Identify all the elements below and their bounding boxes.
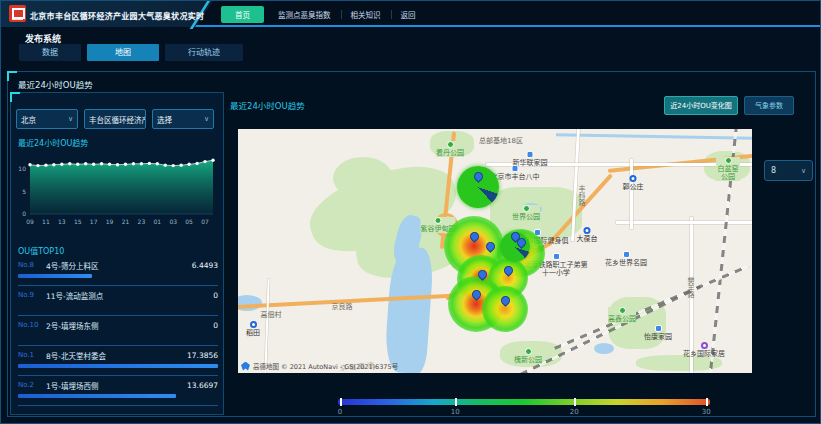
ou-value: 0 <box>213 291 218 300</box>
metro-icon <box>630 175 637 182</box>
road <box>630 159 633 229</box>
map-label-text: 郭公庄 <box>623 183 644 191</box>
park-icon <box>725 157 732 164</box>
map-label-text: 白盆窑公园 <box>718 165 739 181</box>
station-name: 8号-北天堂村委会 <box>46 350 187 361</box>
svg-text:17: 17 <box>90 218 98 225</box>
top-list-row: No.102号-填埋场东侧0 <box>18 319 218 349</box>
filter-select-1[interactable]: 北京∨ <box>16 109 78 129</box>
poi-icon <box>623 251 630 258</box>
park-icon <box>447 141 454 148</box>
map-label: 槐新公园 <box>514 348 542 364</box>
map-label: 花乡世界名园 <box>605 251 647 267</box>
station-name: 4号-筛分上料区 <box>46 260 192 271</box>
svg-text:10: 10 <box>18 165 26 172</box>
tab-1[interactable]: 数据 <box>19 44 81 61</box>
station-name: 11号-流动监测点 <box>46 290 213 301</box>
tab-3[interactable]: 行动轨迹 <box>165 44 243 61</box>
left-panel: 北京∨丰台区循环经济产∨选择∨ 最近24小时OU趋势 0510091113151… <box>10 92 224 415</box>
map-label-text: 高佃村 <box>261 311 282 319</box>
map-label: 高佃村 <box>261 311 282 319</box>
map-label-text: 大葆台 <box>577 235 598 243</box>
road <box>264 279 269 373</box>
map-label-text: 樊羊路 <box>686 277 694 298</box>
station-name: 1号-填埋场西侧 <box>46 380 187 391</box>
filter-selects: 北京∨丰台区循环经济产∨选择∨ <box>16 109 214 129</box>
row-divider <box>18 315 218 316</box>
panel-corner-accent <box>7 71 17 81</box>
svg-text:05: 05 <box>185 218 193 225</box>
value-bar <box>18 274 92 278</box>
map-canvas[interactable]: 高德地图 © 2021 AutoNavi - GS(2021)6375号 总部基… <box>238 129 752 373</box>
map-label-text: 总部基地18区 <box>479 137 523 145</box>
colorbar-tick <box>574 398 576 406</box>
map-label-text: 稻田 <box>246 329 260 337</box>
colorbar-tick <box>340 398 342 406</box>
chevron-down-icon: ∨ <box>801 167 806 175</box>
top-list-row: No.911号-流动监测点0 <box>18 289 218 319</box>
pond <box>594 343 614 354</box>
canal <box>556 133 752 139</box>
rank-label: No.9 <box>18 291 46 299</box>
svg-text:19: 19 <box>106 218 114 225</box>
svg-text:21: 21 <box>122 218 130 225</box>
colorbar-tick <box>455 398 457 406</box>
svg-text:15: 15 <box>74 218 82 225</box>
poi-purple-icon <box>701 342 708 349</box>
svg-text:13: 13 <box>58 218 66 225</box>
app-title: 北京市丰台区循环经济产业园大气恶臭状况实时 <box>30 10 204 21</box>
layer-select[interactable]: 8 ∨ <box>764 160 813 181</box>
tab-2[interactable]: 地图 <box>87 44 159 61</box>
poi-icon <box>655 325 662 332</box>
map-label-text: 看丹公园 <box>436 149 464 157</box>
map-label: 丰科路 <box>577 185 585 206</box>
nav-item-4[interactable]: 返回 <box>391 6 426 23</box>
row-divider <box>18 345 218 346</box>
select-value: 选择 <box>157 114 172 125</box>
park-area <box>333 157 393 199</box>
map-label: 看丹公园 <box>436 141 464 157</box>
filter-select-3[interactable]: 选择∨ <box>152 109 214 129</box>
app-window: 北京市丰台区循环经济产业园大气恶臭状况实时 首页监测点恶臭指数相关知识返回 发布… <box>0 0 821 424</box>
nav-item-1[interactable]: 首页 <box>221 6 264 23</box>
top-header: 北京市丰台区循环经济产业园大气恶臭状况实时 首页监测点恶臭指数相关知识返回 <box>1 1 820 27</box>
value-bar <box>18 364 218 368</box>
row-divider <box>18 405 218 406</box>
weather-params-button[interactable]: 气象参数 <box>744 96 794 115</box>
nav-item-2[interactable]: 监测点恶臭指数 <box>268 6 341 23</box>
heatmap-colorbar: 0102030 <box>338 399 710 405</box>
row-divider <box>18 375 218 376</box>
map-label: 世界公园 <box>512 205 540 221</box>
trend-chart-title: 最近24小时OU趋势 <box>18 137 88 148</box>
station-name: 2号-填埋场东侧 <box>46 320 213 331</box>
panel-corner-accent <box>10 92 20 102</box>
row-divider <box>18 285 218 286</box>
map-label-text: 高鑫公园 <box>608 315 636 323</box>
panel-title: 最近24小时OU趋势 <box>18 78 93 90</box>
poi-icon <box>527 151 534 158</box>
map-label: 郭公庄 <box>623 175 644 191</box>
svg-text:03: 03 <box>169 218 177 225</box>
top-list-row: No.84号-筛分上料区6.4493 <box>18 259 218 289</box>
park-icon <box>525 348 532 355</box>
poi-icon <box>553 253 560 260</box>
svg-text:09: 09 <box>26 218 34 225</box>
park-icon <box>435 217 442 224</box>
park-icon <box>619 307 626 314</box>
map-attribution: 高德地图 © 2021 AutoNavi - GS(2021)6375号 <box>241 361 398 371</box>
app-logo-icon <box>9 5 26 22</box>
filter-select-2[interactable]: 丰台区循环经济产∨ <box>84 109 146 129</box>
colorbar-label: 20 <box>570 408 579 416</box>
chevron-down-icon: ∨ <box>68 115 73 123</box>
rank-label: No.1 <box>18 351 46 359</box>
poi-icon <box>512 165 519 172</box>
map-label-text: 怡康家园 <box>644 333 672 341</box>
rank-label: No.2 <box>18 381 46 389</box>
map-label-text: 花乡世界名园 <box>605 259 647 267</box>
map-label: 高鑫公园 <box>608 307 636 323</box>
map-label-text: 京良路 <box>332 303 353 311</box>
svg-text:07: 07 <box>201 218 209 225</box>
ou-change-chart-button[interactable]: 近24小时OU变化图 <box>664 96 738 115</box>
nav-item-3[interactable]: 相关知识 <box>341 6 391 23</box>
ou-top-list: No.84号-筛分上料区6.4493No.911号-流动监测点0No.102号-… <box>18 259 218 409</box>
